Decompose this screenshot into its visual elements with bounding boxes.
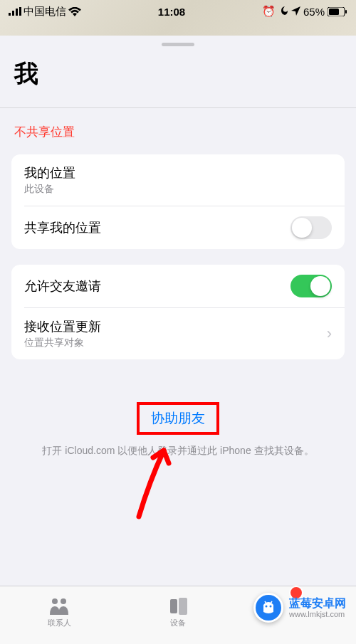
allow-requests-title: 允许交友邀请 (24, 278, 101, 295)
svg-line-13 (265, 601, 266, 603)
time-label: 11:08 (158, 6, 185, 18)
wifi-icon (68, 7, 81, 16)
sheet: 我 不共享位置 我的位置 此设备 共享我的位置 允许交友邀请 接收位置更新 位置… (0, 36, 356, 644)
chevron-right-icon: › (327, 324, 332, 343)
svg-rect-10 (179, 598, 187, 615)
my-location-row[interactable]: 我的位置 此设备 (11, 154, 345, 206)
tab-devices[interactable]: 设备 (119, 586, 238, 633)
share-location-title: 共享我的位置 (24, 219, 101, 236)
svg-rect-2 (16, 9, 18, 16)
sheet-grabber[interactable] (162, 43, 194, 46)
share-location-toggle[interactable] (290, 216, 332, 239)
tab-people-label: 联系人 (48, 618, 71, 628)
svg-rect-5 (329, 9, 339, 15)
receive-updates-row[interactable]: 接收位置更新 位置共享对象 › (24, 307, 345, 359)
not-sharing-label: 不共享位置 (0, 108, 356, 154)
help-friend-highlight: 协助朋友 (137, 402, 219, 435)
alarm-icon: ⏰ (262, 5, 276, 18)
status-bar: 中国电信 11:08 ⏰ 65% (0, 0, 356, 23)
share-location-row: 共享我的位置 (24, 206, 345, 249)
watermark-url: www.lmkjst.com (289, 610, 346, 618)
svg-rect-3 (19, 7, 21, 16)
help-section: 协助朋友 打开 iCloud.com 以便他人登录并通过此 iPhone 查找其… (0, 402, 356, 458)
receive-updates-title: 接收位置更新 (24, 318, 101, 335)
carrier-label: 中国电信 (23, 5, 66, 19)
moon-icon (278, 6, 288, 18)
settings-group-friends: 允许交友邀请 接收位置更新 位置共享对象 › (11, 265, 345, 359)
svg-line-14 (271, 601, 272, 603)
svg-rect-0 (9, 13, 11, 16)
tab-devices-label: 设备 (170, 618, 186, 628)
allow-requests-row: 允许交友邀请 (11, 265, 345, 307)
svg-point-12 (270, 606, 272, 608)
watermark: 蓝莓安卓网 www.lmkjst.com (253, 593, 346, 623)
signal-icon (9, 7, 21, 16)
svg-point-8 (61, 598, 66, 604)
help-friend-link[interactable]: 协助朋友 (151, 411, 205, 426)
watermark-title: 蓝莓安卓网 (289, 597, 346, 610)
people-icon (48, 597, 70, 616)
my-location-title: 我的位置 (24, 164, 75, 181)
page-title: 我 (0, 58, 356, 108)
devices-icon (167, 597, 189, 616)
watermark-badge-icon (253, 593, 283, 623)
battery-icon (328, 7, 347, 16)
svg-rect-1 (12, 11, 14, 16)
location-icon (291, 6, 300, 18)
receive-updates-sub: 位置共享对象 (24, 337, 101, 349)
allow-requests-toggle[interactable] (290, 275, 332, 297)
svg-point-11 (266, 606, 268, 608)
svg-point-7 (52, 598, 58, 604)
svg-rect-9 (170, 599, 177, 613)
annotation-arrow-icon (125, 442, 189, 520)
tab-people[interactable]: 联系人 (0, 586, 119, 633)
svg-rect-6 (345, 10, 347, 14)
battery-percent: 65% (303, 6, 325, 18)
my-location-sub: 此设备 (24, 183, 75, 196)
settings-group-location: 我的位置 此设备 共享我的位置 (11, 154, 345, 249)
